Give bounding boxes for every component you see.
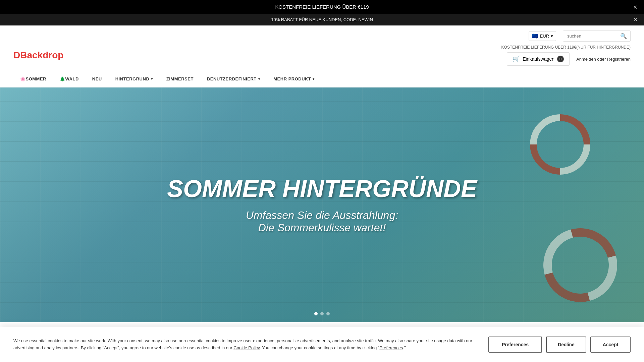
search-input[interactable] xyxy=(563,32,617,41)
nav-item-sommer[interactable]: 🌸SOMMER xyxy=(13,71,53,87)
header-mid: DBackdrop KOSTENFREIE LIEFERUNG ÜBER 119… xyxy=(13,45,631,66)
nav-label-neu: NEU xyxy=(92,76,102,81)
benutzerdefiniert-chevron-icon: ▾ xyxy=(258,77,260,81)
hintergrund-chevron-icon: ▾ xyxy=(151,77,153,81)
auth-link[interactable]: Anmelden oder Registrieren xyxy=(576,57,631,62)
nav-label-mehr: MEHR PRODUKT xyxy=(273,76,311,81)
hero-background: SOMMER HINTERGRÜNDE Umfassen Sie die Aus… xyxy=(0,87,644,322)
hero-section: SOMMER HINTERGRÜNDE Umfassen Sie die Aus… xyxy=(0,87,644,322)
currency-flag: 🇪🇺 xyxy=(532,33,538,39)
cookie-text-middle: . You can change your cookie settings at… xyxy=(260,345,379,350)
top-banner-main-text: KOSTENFREIE LIEFERUNG ÜBER €119 xyxy=(275,4,369,10)
free-delivery-note: KOSTENFREIE LIEFERUNG ÜBER 119€(NUR FÜR … xyxy=(501,45,631,50)
cookie-preferences-link[interactable]: Preferences xyxy=(379,345,403,350)
nav-label-benutzerdefiniert: BENUTZERDEFINIERT xyxy=(207,76,257,81)
search-bar: 🔍 xyxy=(563,31,631,42)
nav-item-benutzerdefiniert[interactable]: BENUTZERDEFINIERT ▾ xyxy=(200,71,267,87)
cookie-buttons: Preferences Decline Accept xyxy=(488,337,631,353)
header-right: KOSTENFREIE LIEFERUNG ÜBER 119€(NUR FÜR … xyxy=(501,45,631,66)
carousel-dot-1[interactable] xyxy=(314,312,318,315)
header-actions: 🛒 Einkaufswagen 0 Anmelden oder Registri… xyxy=(507,52,631,66)
preferences-button[interactable]: Preferences xyxy=(488,337,542,353)
top-banner-sub-close[interactable]: × xyxy=(634,16,637,23)
nav-label-zimmerset: ZIMMERSET xyxy=(166,76,194,81)
hero-subtitle: Umfassen Sie die Ausstrahlung: xyxy=(167,209,477,222)
top-banner-sub: 10% RABATT FÜR NEUE KUNDEN, CODE: NEWIN … xyxy=(0,14,644,25)
header-top: 🇪🇺 EUR ▾ 🔍 xyxy=(13,31,631,42)
logo[interactable]: DBackdrop xyxy=(13,50,63,61)
top-banner-close[interactable]: × xyxy=(633,3,637,11)
cart-label: Einkaufswagen xyxy=(523,56,554,62)
currency-label: EUR xyxy=(540,34,549,39)
navigation: 🌸SOMMER 🌲WALD NEU HINTERGRUND ▾ ZIMMERSE… xyxy=(0,71,644,87)
nav-item-mehr[interactable]: MEHR PRODUKT ▾ xyxy=(267,71,321,87)
nav-label-hintergrund: HINTERGRUND xyxy=(115,76,150,81)
cookie-policy-link[interactable]: Cookie Policy xyxy=(233,345,260,350)
carousel-dot-3[interactable] xyxy=(326,312,330,315)
nav-label-wald: 🌲WALD xyxy=(60,76,79,81)
currency-chevron-icon: ▾ xyxy=(551,34,553,39)
mehr-chevron-icon: ▾ xyxy=(313,77,315,81)
hero-content: SOMMER HINTERGRÜNDE Umfassen Sie die Aus… xyxy=(167,176,477,234)
cookie-banner: We use essential cookies to make our sit… xyxy=(0,327,644,362)
nav-item-zimmerset[interactable]: ZIMMERSET xyxy=(160,71,200,87)
nav-item-wald[interactable]: 🌲WALD xyxy=(53,71,86,87)
nav-item-neu[interactable]: NEU xyxy=(86,71,109,87)
logo-prefix: D xyxy=(13,50,20,60)
logo-suffix: Backdrop xyxy=(20,50,63,60)
top-banner-main: KOSTENFREIE LIEFERUNG ÜBER €119 × xyxy=(0,0,644,14)
currency-selector[interactable]: 🇪🇺 EUR ▾ xyxy=(529,31,556,41)
hero-title: SOMMER HINTERGRÜNDE xyxy=(167,176,477,202)
header: 🇪🇺 EUR ▾ 🔍 DBackdrop KOSTENFREIE LIEFERU… xyxy=(0,25,644,71)
search-button[interactable]: 🔍 xyxy=(617,31,630,41)
nav-item-hintergrund[interactable]: HINTERGRUND ▾ xyxy=(109,71,160,87)
top-banner-sub-text: 10% RABATT FÜR NEUE KUNDEN, CODE: NEWIN xyxy=(271,17,373,22)
cookie-text-end: ." xyxy=(403,345,406,350)
decline-button[interactable]: Decline xyxy=(546,337,586,353)
carousel-dot-2[interactable] xyxy=(320,312,324,315)
cart-count: 0 xyxy=(557,56,564,62)
cookie-text: We use essential cookies to make our sit… xyxy=(13,338,475,352)
cart-button[interactable]: 🛒 Einkaufswagen 0 xyxy=(507,52,570,66)
cart-icon: 🛒 xyxy=(513,55,520,63)
hero-subtitle2: Die Sommerkulisse wartet! xyxy=(167,222,477,234)
accept-button[interactable]: Accept xyxy=(590,337,631,353)
nav-label-sommer: 🌸SOMMER xyxy=(20,76,46,81)
carousel-dots xyxy=(314,312,330,315)
